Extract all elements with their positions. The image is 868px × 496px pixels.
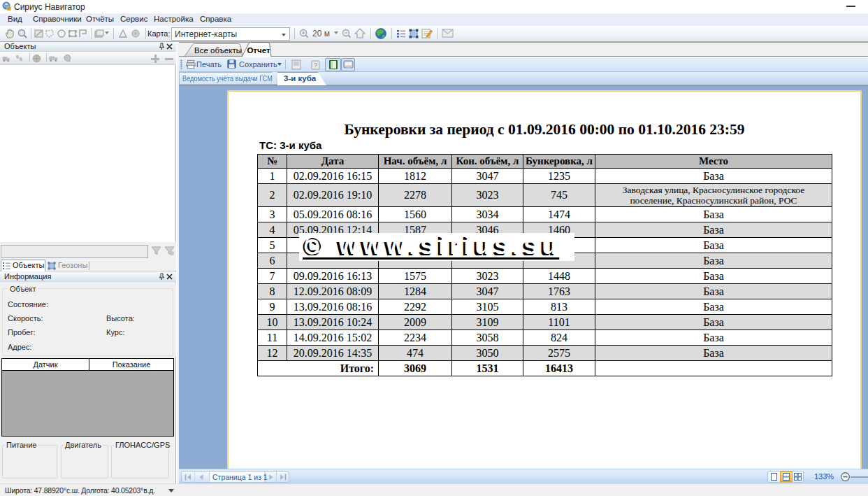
svg-text:Все объекты: Все объекты (194, 46, 242, 55)
svg-text:?: ? (314, 62, 317, 69)
svg-text:Отчет: Отчет (247, 46, 270, 55)
